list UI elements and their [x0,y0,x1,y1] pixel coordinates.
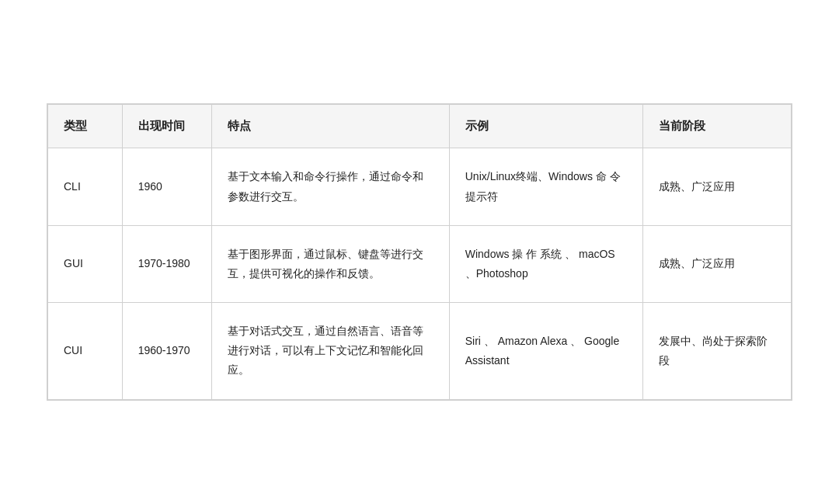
cell-example-gui: Windows 操 作 系统 、 macOS 、Photoshop [449,225,642,302]
table-row: CUI 1960-1970 基于对话式交互，通过自然语言、语音等进行对话，可以有… [48,303,792,400]
cell-type-cui: CUI [48,303,123,400]
header-time: 出现时间 [122,105,211,148]
header-feature: 特点 [211,105,449,148]
header-example: 示例 [449,105,642,148]
cell-feature-cui: 基于对话式交互，通过自然语言、语音等进行对话，可以有上下文记忆和智能化回应。 [211,303,449,400]
cell-stage-gui: 成熟、广泛应用 [642,225,791,302]
cell-stage-cui: 发展中、尚处于探索阶段 [642,303,791,400]
table-row: CLI 1960 基于文本输入和命令行操作，通过命令和参数进行交互。 Unix/… [48,148,792,225]
comparison-table: 类型 出现时间 特点 示例 当前阶段 CLI 1960 基于文本输入和命令行操作… [47,103,792,400]
cell-feature-gui: 基于图形界面，通过鼠标、键盘等进行交互，提供可视化的操作和反馈。 [211,225,449,302]
cell-example-cli: Unix/Linux终端、Windows 命 令 提示符 [449,148,642,225]
cell-type-cli: CLI [48,148,123,225]
cell-type-gui: GUI [48,225,123,302]
table-row: GUI 1970-1980 基于图形界面，通过鼠标、键盘等进行交互，提供可视化的… [48,225,792,302]
table-header-row: 类型 出现时间 特点 示例 当前阶段 [48,105,792,148]
cell-time-cui: 1960-1970 [122,303,211,400]
cell-time-cli: 1960 [122,148,211,225]
header-stage: 当前阶段 [642,105,791,148]
header-type: 类型 [48,105,123,148]
cell-feature-cli: 基于文本输入和命令行操作，通过命令和参数进行交互。 [211,148,449,225]
cell-stage-cli: 成熟、广泛应用 [642,148,791,225]
cell-time-gui: 1970-1980 [122,225,211,302]
cell-example-cui: Siri 、 Amazon Alexa 、 Google Assistant [449,303,642,400]
